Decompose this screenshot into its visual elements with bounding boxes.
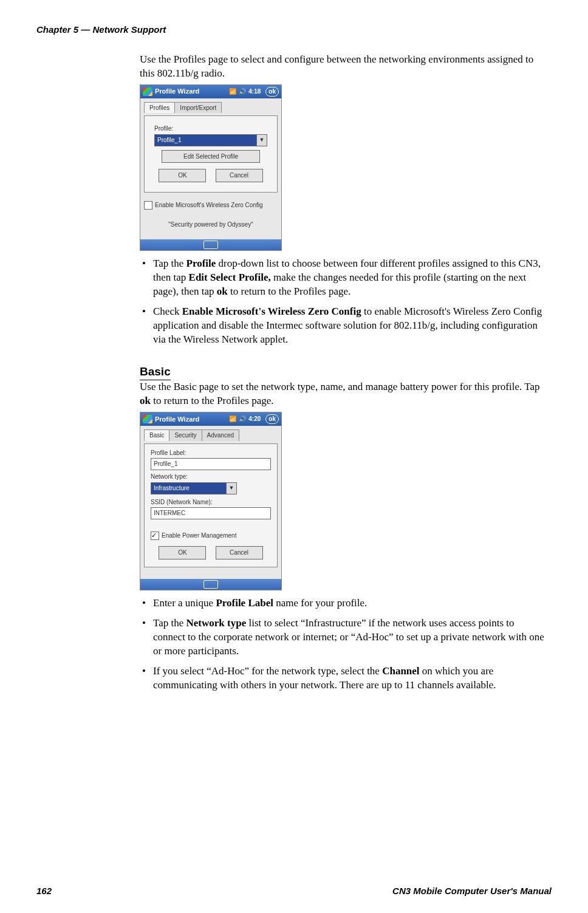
- profile-label-lbl: Profile Label:: [151, 449, 271, 457]
- chevron-down-icon: ▼: [256, 135, 267, 146]
- window-title: Profile Wizard: [155, 87, 229, 96]
- ok-button[interactable]: OK: [159, 546, 206, 559]
- keyboard-icon[interactable]: [203, 241, 218, 249]
- profile-dropdown-value: Profile_1: [155, 135, 256, 146]
- list-item: If you select “Ad-Hoc” for the network t…: [140, 665, 545, 692]
- enable-power-mgmt-checkbox[interactable]: [151, 532, 159, 540]
- clock: 4:18: [248, 87, 261, 96]
- screenshot-profile-wizard-basic: Profile Wizard 📶 🔊 4:20 ok Basic Securit…: [140, 412, 282, 590]
- volume-icon: 🔊: [239, 87, 246, 96]
- list-item: Enter a unique Profile Label name for yo…: [140, 597, 545, 610]
- window-title: Profile Wizard: [155, 415, 229, 424]
- system-tray: 📶 🔊 4:20 ok: [229, 414, 279, 424]
- profile-dropdown[interactable]: Profile_1 ▼: [154, 134, 267, 146]
- sip-bar: [140, 239, 281, 250]
- clock: 4:20: [248, 415, 261, 423]
- basic-heading: Basic: [140, 364, 171, 381]
- intro-paragraph: Use the Profiles page to select and conf…: [140, 53, 545, 81]
- ok-softkey[interactable]: ok: [265, 87, 279, 97]
- signal-icon: 📶: [229, 415, 236, 423]
- keyboard-icon[interactable]: [203, 580, 218, 589]
- enable-zero-config-label: Enable Microsoft's Wireless Zero Config: [155, 201, 263, 210]
- profile-label-input[interactable]: Profile_1: [151, 458, 271, 470]
- network-type-lbl: Network type:: [151, 473, 271, 481]
- titlebar: Profile Wizard 📶 🔊 4:18 ok: [140, 85, 281, 98]
- titlebar: Profile Wizard 📶 🔊 4:20 ok: [140, 412, 281, 426]
- screenshot-profile-wizard-profiles: Profile Wizard 📶 🔊 4:18 ok Profiles Impo…: [140, 84, 282, 251]
- tab-profiles[interactable]: Profiles: [144, 102, 175, 114]
- list-item: Check Enable Microsoft's Wireless Zero C…: [140, 305, 545, 347]
- volume-icon: 🔊: [239, 415, 246, 423]
- list-item: Tap the Profile drop-down list to choose…: [140, 257, 545, 299]
- cancel-button[interactable]: Cancel: [216, 169, 263, 182]
- ssid-input[interactable]: INTERMEC: [151, 507, 271, 519]
- sip-bar: [140, 579, 281, 590]
- chevron-down-icon: ▼: [226, 483, 236, 494]
- profile-label: Profile:: [154, 125, 267, 133]
- start-icon: [143, 415, 152, 423]
- page-number: 162: [36, 886, 52, 896]
- edit-selected-profile-button[interactable]: Edit Selected Profile: [162, 150, 260, 163]
- manual-title: CN3 Mobile Computer User's Manual: [392, 886, 552, 896]
- ok-softkey[interactable]: ok: [265, 414, 279, 424]
- list-item: Tap the Network type list to select “Inf…: [140, 617, 545, 658]
- odyssey-footer: "Security powered by Odyssey": [144, 221, 278, 229]
- page-header: Chapter 5 — Network Support: [36, 24, 552, 35]
- basic-paragraph: Use the Basic page to set the network ty…: [140, 380, 545, 408]
- ssid-lbl: SSID (Network Name):: [151, 498, 271, 507]
- tab-security[interactable]: Security: [169, 429, 202, 441]
- start-icon: [143, 87, 152, 96]
- network-type-value: Infrastructure: [151, 483, 226, 494]
- tab-advanced[interactable]: Advanced: [202, 429, 239, 441]
- enable-power-mgmt-label: Enable Power Management: [162, 532, 236, 540]
- ok-button[interactable]: OK: [159, 169, 206, 182]
- enable-zero-config-checkbox[interactable]: [144, 201, 152, 210]
- system-tray: 📶 🔊 4:18 ok: [229, 87, 279, 97]
- network-type-dropdown[interactable]: Infrastructure ▼: [151, 482, 237, 494]
- cancel-button[interactable]: Cancel: [216, 546, 263, 559]
- tab-basic[interactable]: Basic: [144, 429, 169, 441]
- tab-import-export[interactable]: Import/Export: [174, 102, 222, 114]
- signal-icon: 📶: [229, 87, 236, 96]
